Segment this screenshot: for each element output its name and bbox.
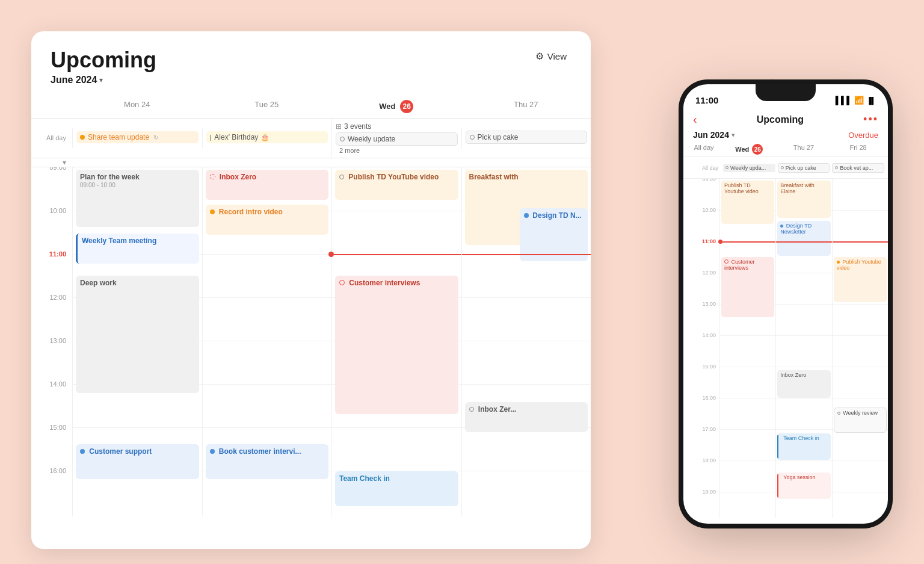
event-design-td[interactable]: Design TD N...	[520, 208, 588, 261]
phone-current-time-wed	[720, 241, 775, 243]
event-inbox-zero-thu[interactable]: Inbox Zer...	[465, 402, 588, 432]
event-plan-week[interactable]: Plan for the week 09:00 - 10:00	[76, 170, 199, 227]
phone-allday-col-header: All day	[686, 142, 722, 156]
time-14: 14:00	[31, 384, 72, 427]
phone-event-customer-interviews[interactable]: Customer interviews	[721, 257, 774, 317]
dot-icon	[80, 135, 85, 140]
phone-allday-wed: Weekly upda...	[722, 163, 777, 173]
phone-month-nav: Jun 2024 ▾ Overdue	[683, 129, 888, 142]
allday-event-share-team[interactable]: Share team update ↻	[76, 131, 199, 143]
today-badge: 26	[752, 144, 763, 155]
current-time-line	[331, 254, 461, 255]
dot-icon	[210, 449, 215, 454]
phone-event-breakfast[interactable]: Breakfast with Elaine	[777, 181, 830, 218]
phone-day-headers: All day Wed 26 Thu 27 Fri 28	[683, 142, 888, 157]
time-10: 10:00	[31, 211, 72, 254]
phone-event-publish-td[interactable]: Publish TD Youtube video	[721, 181, 774, 224]
day-col-mon: Plan for the week 09:00 - 10:00 Weekly T…	[72, 167, 202, 516]
main-calendar-card: Upcoming June 2024 ▾ ⚙ View Mon 24 Tue 2…	[31, 31, 591, 549]
page-title: Upcoming	[51, 48, 156, 72]
phone-allday-wed-event[interactable]: Weekly upda...	[723, 164, 775, 172]
dashed-circle-icon	[210, 174, 215, 179]
allday-event-weekly-update[interactable]: Weekly update	[336, 132, 458, 146]
event-team-meeting[interactable]: Weekly Team meeting	[76, 234, 199, 264]
allday-row: All day Share team update ↻ | Alex' Birt…	[31, 119, 591, 158]
allday-wed-count: 3 events	[344, 122, 371, 131]
month-row[interactable]: June 2024 ▾	[51, 75, 156, 85]
back-button[interactable]: ‹	[693, 113, 697, 126]
phone-event-inbox-zero[interactable]: Inbox Zero	[777, 370, 830, 398]
phone-time-14: 14:00	[683, 335, 719, 367]
event-inbox-zero[interactable]: Inbox Zero	[206, 170, 329, 200]
phone-time-15: 15:00	[683, 367, 719, 398]
phone-time-10: 10:00	[683, 210, 719, 241]
grid-icon: ⊞	[336, 122, 342, 131]
day-col-wed: Publish TD YouTube video Customer interv…	[331, 167, 461, 516]
more-button[interactable]: •••	[863, 113, 878, 126]
event-team-check-in[interactable]: Team Check in	[335, 471, 458, 506]
expand-row: ▾	[31, 158, 591, 167]
allday-event-cake[interactable]: Pick up cake	[466, 131, 588, 144]
dot-icon	[837, 412, 840, 415]
day-headers: Mon 24 Tue 25 Wed 26 Thu 27	[31, 95, 591, 119]
birthday-icon: |	[210, 134, 212, 141]
phone-time-13: 13:00	[683, 304, 719, 335]
battery-icon: ▐▌	[866, 97, 876, 104]
day-header-mon: Mon 24	[72, 95, 202, 118]
phone-time-16: 16:00	[683, 398, 719, 429]
allday-thu: Pick up cake	[461, 127, 591, 149]
time-13: 13:00	[31, 341, 72, 384]
circle-icon	[339, 280, 345, 285]
phone-event-yoga[interactable]: Yoga session	[777, 473, 830, 499]
expand-button[interactable]: ▾	[31, 158, 72, 167]
month-chevron-icon: ▾	[99, 76, 103, 84]
phone-event-design-td[interactable]: Design TD Newsletter	[777, 221, 830, 256]
view-button[interactable]: ⚙ View	[531, 48, 571, 64]
allday-label: All day	[31, 134, 72, 141]
wifi-icon: 📶	[854, 96, 864, 105]
phone-allday-label: All day	[686, 165, 722, 171]
circle-icon	[724, 259, 728, 264]
time-16: 16:00	[31, 471, 72, 514]
phone-event-weekly-review[interactable]: Weekly review	[834, 408, 887, 433]
phone-event-publish-youtube[interactable]: Publish Youtube video	[834, 257, 887, 302]
event-record-intro[interactable]: Record intro video	[206, 205, 329, 235]
phone-title: Upcoming	[757, 114, 804, 125]
phone-day-col-wed: Publish TD Youtube video Customer interv…	[719, 179, 775, 518]
event-deep-work[interactable]: Deep work	[76, 276, 199, 393]
dot-icon	[339, 175, 344, 179]
signal-icon: ▌▌▌	[836, 96, 852, 105]
allday-wed: ⊞ 3 events Weekly update 2 more	[331, 119, 461, 158]
phone-event-team-check-in[interactable]: Team Check in	[777, 433, 830, 460]
dot-icon	[725, 166, 728, 169]
current-time-dot	[328, 252, 334, 257]
dot-icon	[524, 213, 529, 218]
dot-icon	[80, 449, 85, 454]
today-badge: 26	[400, 100, 413, 113]
event-publish-td[interactable]: Publish TD YouTube video	[335, 170, 458, 200]
filter-icon: ⚙	[535, 51, 544, 62]
phone-time-18: 18:00	[683, 460, 719, 492]
allday-event-birthday[interactable]: | Alex' Birthday 🎂	[206, 131, 328, 143]
dot-icon	[780, 225, 783, 228]
phone-day-col-fri: Publish Youtube video Weekly review	[832, 179, 888, 518]
time-12: 12:00	[31, 297, 72, 341]
phone-current-time-fri	[833, 241, 888, 243]
phone-time-grid: 09:00 10:00 11:00 12:00 13:00 14:00	[683, 179, 888, 518]
phone-time-09: 09:00	[683, 179, 719, 210]
event-customer-interviews[interactable]: Customer interviews	[335, 276, 458, 414]
time-grid: 09:00 10:00 11:00 12:00 13:00 14:00	[31, 167, 591, 516]
event-book-customer[interactable]: Book customer intervi...	[206, 444, 329, 479]
event-customer-support[interactable]: Customer support	[76, 444, 199, 479]
dot-icon	[470, 135, 475, 140]
dot-icon	[837, 261, 840, 264]
time-11: 11:00	[31, 254, 72, 297]
phone-allday-fri: Book vet ap...	[831, 162, 886, 174]
more-link[interactable]: 2 more	[336, 147, 458, 154]
title-section: Upcoming June 2024 ▾	[51, 48, 156, 85]
month-chevron-icon: ▾	[732, 131, 735, 139]
phone-allday-fri-event[interactable]: Book vet ap...	[832, 163, 884, 173]
time-column: 09:00 10:00 11:00 12:00 13:00 14:00	[31, 167, 72, 516]
day-col-thu: Breakfast with Design TD N... Inbox Zer.…	[461, 167, 591, 516]
phone-allday-thu-event[interactable]: Pick up cake	[778, 163, 830, 173]
